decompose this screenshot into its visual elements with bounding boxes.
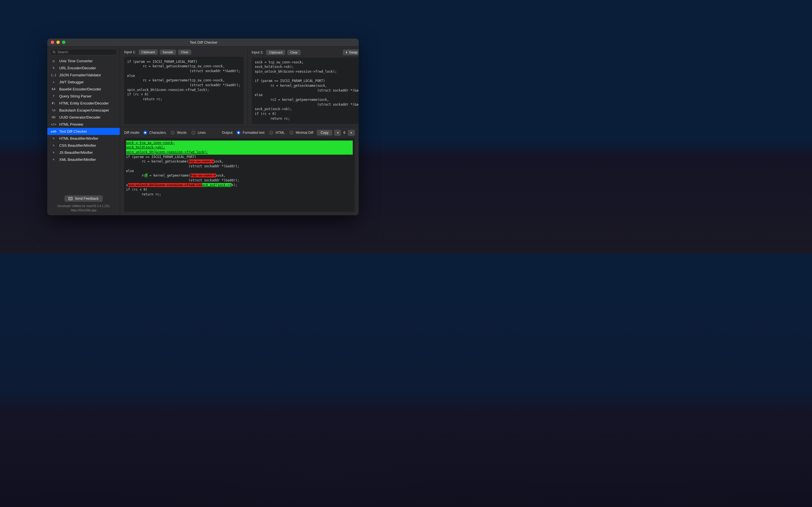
query-string-icon: ? bbox=[51, 94, 56, 98]
input2-label: Input 2: bbox=[252, 50, 264, 54]
sidebar-item-xml-beautifier[interactable]: ✎XML Beautifier/Minifier bbox=[47, 156, 120, 163]
input2-pane: Input 2: Clipboard Clear Swap Inputs soc… bbox=[248, 47, 359, 127]
js-beautifier-icon: ✎ bbox=[51, 150, 56, 155]
html-entity-icon: #; bbox=[51, 101, 56, 105]
diff-mode-label: Diff mode: bbox=[124, 131, 140, 135]
html-beautifier-icon: ✎ bbox=[51, 136, 56, 140]
sidebar: ◷Unix Time Converter%URL Encoder/Decoder… bbox=[47, 47, 120, 215]
unix-time-icon: ◷ bbox=[51, 59, 56, 63]
diff-insertion: 2 bbox=[146, 173, 147, 177]
maximize-icon[interactable] bbox=[62, 41, 65, 44]
input1-clipboard-button[interactable]: Clipboard bbox=[139, 50, 158, 55]
sidebar-item-label: Query String Parser bbox=[59, 94, 92, 98]
diff-insertion: sock_hold(sock->sk); bbox=[126, 145, 353, 150]
window-title: Text Diff Checker bbox=[65, 40, 342, 45]
traffic-lights bbox=[51, 41, 65, 44]
input1-label: Input 1: bbox=[124, 50, 136, 54]
version-text: Developer Utilities for macOS 1.4.1 (31)… bbox=[57, 204, 110, 212]
json-formatter-icon: {,} bbox=[51, 73, 56, 77]
diff-controls: Diff mode: Characters Words Lines Output… bbox=[124, 130, 355, 136]
diff-next-button[interactable] bbox=[348, 130, 355, 136]
inputs-row: Input 1: Clipboard Sample Clear if (para… bbox=[120, 47, 359, 127]
sidebar-item-label: HTML Beautifier/Minifier bbox=[59, 136, 98, 140]
output-section: Diff mode: Characters Words Lines Output… bbox=[120, 127, 359, 215]
sidebar-item-js-beautifier[interactable]: ✎JS Beautifier/Minifier bbox=[47, 149, 120, 156]
main-panel: Input 1: Clipboard Sample Clear if (para… bbox=[120, 47, 359, 215]
input1-textarea[interactable]: if (param == ISCSI_PARAM_LOCAL_PORT) rc … bbox=[124, 57, 244, 124]
diff-nav: 6 bbox=[334, 130, 355, 136]
sidebar-item-html-entity[interactable]: #;HTML Entity Encoder/Decoder bbox=[47, 100, 120, 107]
diff-deletion: tcp_sw_conn-> bbox=[191, 173, 216, 177]
sidebar-item-query-string[interactable]: ?Query String Parser bbox=[47, 93, 120, 100]
output-formatted-radio[interactable] bbox=[237, 131, 241, 135]
url-encoder-icon: % bbox=[51, 66, 56, 70]
diff-deletion: pin_unlock_bh(&conn->session->frwd_loc bbox=[128, 183, 202, 187]
output-format-label: Output: bbox=[222, 131, 234, 135]
sidebar-item-label: JSON Formatter/Validator bbox=[59, 73, 101, 77]
input2-clipboard-button[interactable]: Clipboard bbox=[266, 50, 285, 55]
sidebar-footer: Send Feedback Developer Utilities for ma… bbox=[47, 192, 120, 215]
text-diff-icon: ±ab bbox=[51, 129, 56, 133]
sidebar-item-url-encoder[interactable]: %URL Encoder/Decoder bbox=[47, 64, 120, 71]
app-window: Text Diff Checker ◷Unix Time Converter%U… bbox=[47, 39, 359, 215]
sidebar-item-label: HTML Entity Encoder/Decoder bbox=[59, 101, 109, 105]
sidebar-item-base64[interactable]: 64Base64 Encoder/Decoder bbox=[47, 86, 120, 93]
sidebar-item-label: URL Encoder/Decoder bbox=[59, 66, 96, 70]
sidebar-item-html-beautifier[interactable]: ✎HTML Beautifier/Minifier bbox=[47, 135, 120, 142]
jwt-debugger-icon: ✴ bbox=[51, 80, 56, 84]
search-input[interactable] bbox=[50, 49, 117, 55]
sidebar-item-json-formatter[interactable]: {,}JSON Formatter/Validator bbox=[47, 71, 120, 78]
uuid-icon: UU bbox=[51, 115, 56, 119]
minimize-icon[interactable] bbox=[56, 41, 60, 44]
sidebar-item-uuid[interactable]: UUUUID Generator/Decoder bbox=[47, 114, 120, 121]
xml-beautifier-icon: ✎ bbox=[51, 157, 56, 162]
chevron-left-icon bbox=[337, 131, 339, 134]
input2-clear-button[interactable]: Clear bbox=[287, 50, 300, 55]
sidebar-item-label: CSS Beautifier/Minifier bbox=[59, 144, 96, 148]
diff-mode-words-radio[interactable] bbox=[170, 131, 174, 135]
sidebar-item-label: Backslash Escaper/Unescaper bbox=[59, 108, 109, 112]
diff-mode-lines-radio[interactable] bbox=[192, 131, 195, 135]
sidebar-item-unix-time[interactable]: ◷Unix Time Converter bbox=[47, 57, 120, 64]
diff-output[interactable]: sock = tcp_sw_conn->sock;sock_hold(sock-… bbox=[124, 138, 355, 212]
feedback-label: Send Feedback bbox=[75, 196, 98, 201]
sidebar-item-label: Text Diff Checker bbox=[59, 129, 87, 133]
sidebar-item-label: JWT Debugger bbox=[59, 80, 84, 84]
diff-count: 6 bbox=[343, 131, 346, 135]
sidebar-item-jwt-debugger[interactable]: ✴JWT Debugger bbox=[47, 78, 120, 86]
sidebar-item-label: Base64 Encoder/Decoder bbox=[59, 87, 101, 91]
input2-textarea[interactable]: sock = tcp_sw_conn->sock; sock_hold(sock… bbox=[252, 57, 359, 124]
diff-prev-button[interactable] bbox=[334, 130, 341, 136]
search-field[interactable] bbox=[57, 50, 115, 54]
chevron-left-icon bbox=[345, 51, 347, 54]
backslash-icon: \n bbox=[51, 108, 56, 112]
copy-button[interactable]: Copy bbox=[317, 130, 332, 135]
output-html-radio[interactable] bbox=[269, 131, 273, 135]
swap-inputs-button[interactable]: Swap Inputs bbox=[343, 50, 359, 55]
input1-pane: Input 1: Clipboard Sample Clear if (para… bbox=[120, 47, 248, 127]
sidebar-item-backslash[interactable]: \nBackslash Escaper/Unescaper bbox=[47, 107, 120, 114]
sidebar-item-label: HTML Preview bbox=[59, 122, 83, 126]
sidebar-item-css-beautifier[interactable]: ✎CSS Beautifier/Minifier bbox=[47, 142, 120, 149]
sidebar-item-label: UUID Generator/Decoder bbox=[59, 115, 101, 119]
sidebar-item-label: XML Beautifier/Minifier bbox=[59, 158, 96, 162]
output-minimal-radio[interactable] bbox=[290, 131, 294, 135]
input1-sample-button[interactable]: Sample bbox=[160, 50, 176, 55]
sidebar-item-text-diff[interactable]: ±abText Diff Checker bbox=[47, 128, 120, 135]
sidebar-item-html-preview[interactable]: </>HTML Preview bbox=[47, 121, 120, 128]
titlebar[interactable]: Text Diff Checker bbox=[47, 39, 359, 47]
diff-insertion: ock_put(sock->s bbox=[202, 183, 232, 187]
close-icon[interactable] bbox=[51, 41, 54, 44]
html-preview-icon: </> bbox=[51, 122, 56, 126]
diff-insertion: spin_unlock_bh(&conn->session->frwd_lock… bbox=[126, 150, 353, 155]
diff-insertion: sock = tcp_sw_conn->sock; bbox=[126, 140, 353, 145]
send-feedback-button[interactable]: Send Feedback bbox=[64, 195, 102, 202]
chevron-right-icon bbox=[350, 131, 352, 134]
input1-clear-button[interactable]: Clear bbox=[178, 50, 191, 55]
css-beautifier-icon: ✎ bbox=[51, 143, 56, 148]
sidebar-item-label: Unix Time Converter bbox=[59, 59, 93, 63]
tool-list: ◷Unix Time Converter%URL Encoder/Decoder… bbox=[47, 57, 120, 192]
sidebar-item-label: JS Beautifier/Minifier bbox=[59, 151, 93, 155]
diff-mode-characters-radio[interactable] bbox=[143, 131, 147, 135]
diff-deletion: tcp_sw_conn-> bbox=[189, 159, 214, 163]
